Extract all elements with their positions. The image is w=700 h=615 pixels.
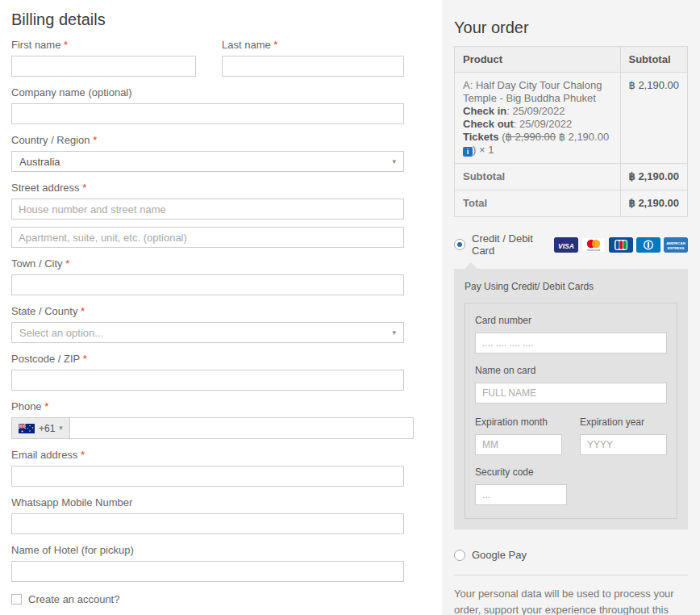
chevron-down-icon: ▾ — [392, 158, 396, 165]
expiration-month-label: Expiration month — [475, 416, 562, 428]
tickets-label: Tickets — [463, 131, 499, 143]
check-in-label: Check in — [463, 105, 506, 117]
dial-code-dropdown[interactable]: +61 ▾ — [12, 418, 70, 438]
visa-icon: VISA — [554, 237, 578, 253]
total-row: Total ฿ 2,190.00 — [455, 190, 688, 217]
expiration-year-label: Expiration year — [580, 416, 667, 428]
expiration-year-input[interactable] — [580, 434, 667, 455]
google-pay-payment-option[interactable]: Google Pay — [454, 549, 688, 561]
postcode-label: Postcode / ZIP * — [11, 353, 404, 365]
phone-label: Phone * — [11, 400, 404, 412]
card-number-input[interactable] — [475, 333, 667, 354]
credit-card-payment-option[interactable]: Credit / Debit Card VISA mastercard — [454, 232, 688, 257]
whatsapp-input[interactable] — [11, 513, 404, 534]
subtotal-label: Subtotal — [455, 164, 621, 190]
google-pay-label: Google Pay — [472, 549, 527, 561]
page-title: Billing details — [11, 10, 404, 29]
last-name-input[interactable] — [222, 56, 404, 77]
create-account-label: Create an account? — [28, 593, 119, 605]
order-table-header-row: Product Subtotal — [455, 47, 688, 73]
line-item-subtotal: ฿ 2,190.00 — [620, 73, 688, 164]
phone-input[interactable] — [70, 418, 413, 438]
order-item-details: A: Half Day City Tour Chalong Temple - B… — [455, 73, 621, 164]
order-item-row: A: Half Day City Tour Chalong Temple - B… — [455, 73, 688, 164]
email-label: Email address * — [11, 449, 404, 461]
email-input[interactable] — [11, 466, 404, 487]
new-price: ฿ 2,190.00 — [559, 131, 610, 143]
svg-text:VISA: VISA — [558, 241, 574, 249]
required-asterisk: * — [81, 449, 85, 461]
country-label: Country / Region * — [11, 134, 404, 146]
australia-flag-icon — [19, 424, 35, 433]
subtotal-row: Subtotal ฿ 2,190.00 — [455, 164, 688, 190]
billing-details-section: Billing details First name * Last name *… — [11, 10, 404, 605]
postcode-input[interactable] — [11, 370, 404, 391]
product-name: A: Half Day City Tour Chalong Temple - B… — [463, 79, 602, 104]
name-fields-row: First name * Last name * — [11, 39, 404, 77]
order-table: Product Subtotal A: Half Day City Tour C… — [454, 46, 688, 217]
dial-code-value: +61 — [39, 423, 55, 434]
street-address-2-input[interactable] — [11, 227, 404, 248]
street-address-label: Street address * — [11, 182, 404, 194]
city-input[interactable] — [11, 274, 404, 295]
security-code-label: Security code — [475, 466, 667, 478]
subtotal-column-header: Subtotal — [620, 47, 688, 73]
country-select[interactable]: Australia ▾ — [11, 151, 404, 172]
jcb-icon — [609, 237, 633, 253]
last-name-label: Last name * — [222, 39, 404, 51]
credit-card-label: Credit / Debit Card — [472, 232, 545, 257]
info-icon[interactable]: i — [463, 147, 473, 157]
required-asterisk: * — [82, 182, 86, 194]
required-asterisk: * — [81, 305, 85, 317]
city-label: Town / City * — [11, 257, 404, 270]
required-asterisk: * — [44, 400, 48, 412]
state-placeholder: Select an option... — [19, 327, 103, 339]
check-out-label: Check out — [463, 118, 514, 130]
required-asterisk: * — [273, 39, 277, 51]
order-title: Your order — [454, 19, 688, 36]
check-out-date: 25/09/2022 — [519, 118, 572, 130]
hotel-label: Name of Hotel (for pickup) — [11, 544, 404, 556]
street-address-1-input[interactable] — [11, 199, 404, 220]
privacy-notice: Your personal data will be used to proce… — [454, 586, 688, 615]
first-name-label: First name * — [11, 39, 196, 51]
required-asterisk: * — [93, 134, 97, 146]
svg-text:AMERICAN: AMERICAN — [666, 241, 685, 245]
required-asterisk: * — [64, 39, 68, 51]
name-on-card-label: Name on card — [475, 365, 667, 376]
company-input[interactable] — [11, 103, 404, 124]
total-value: ฿ 2,190.00 — [620, 190, 688, 217]
pay-box-title: Pay Using Credit/ Debit Cards — [465, 281, 677, 292]
name-on-card-input[interactable] — [475, 383, 667, 404]
credit-card-radio[interactable] — [454, 239, 465, 250]
card-number-label: Card number — [475, 315, 667, 326]
phone-field: +61 ▾ — [11, 417, 414, 439]
amex-icon: AMERICAN EXPRESS — [664, 237, 688, 253]
old-price: ฿ 2,990.00 — [506, 131, 556, 143]
create-account-row: Create an account? — [11, 593, 404, 605]
credit-card-form-box: Pay Using Credit/ Debit Cards Card numbe… — [454, 269, 688, 529]
state-select[interactable]: Select an option... ▾ — [11, 322, 404, 343]
svg-text:EXPRESS: EXPRESS — [668, 245, 685, 249]
diners-club-icon — [636, 237, 660, 253]
security-code-input[interactable] — [475, 484, 567, 505]
first-name-input[interactable] — [11, 56, 196, 77]
required-asterisk: * — [65, 257, 69, 270]
divider — [454, 575, 688, 575]
company-label: Company name (optional) — [11, 86, 404, 98]
total-label: Total — [455, 190, 621, 217]
accepted-cards: VISA mastercard — [554, 237, 688, 253]
country-selected-value: Australia — [19, 156, 60, 168]
card-form: Card number Name on card Expiration mont… — [465, 303, 677, 519]
ticket-quantity: ) × 1 — [473, 144, 494, 156]
product-column-header: Product — [455, 47, 621, 73]
create-account-checkbox[interactable] — [11, 594, 22, 605]
hotel-input[interactable] — [11, 561, 404, 582]
order-summary-panel: Your order Product Subtotal A: Half Day … — [442, 0, 700, 615]
whatsapp-label: Whatsapp Mobile Number — [11, 496, 404, 508]
expiration-month-input[interactable] — [475, 434, 562, 455]
google-pay-radio[interactable] — [454, 550, 465, 561]
required-asterisk: * — [83, 353, 87, 365]
chevron-down-icon: ▾ — [59, 425, 63, 432]
check-in-date: 25/09/2022 — [512, 105, 565, 117]
